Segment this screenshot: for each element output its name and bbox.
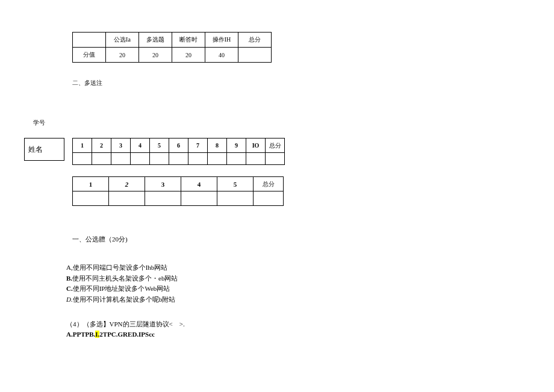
option-c-prefix: C.: [66, 285, 73, 292]
option-d-prefix: D.: [66, 296, 73, 303]
ans1-c6: [169, 153, 188, 165]
score-hdr-total: 总分: [238, 33, 272, 48]
answer-table-2: 1 2 3 4 5 总分: [72, 176, 284, 206]
score-row-label: 分值: [73, 48, 106, 63]
ans1-h7: 7: [188, 138, 208, 153]
ans1-c9: [227, 153, 246, 165]
ans1-c5: [150, 153, 169, 165]
name-box: 姓名: [24, 138, 64, 161]
score-val-1: 20: [106, 48, 139, 63]
ans1-h4: 4: [131, 138, 150, 153]
ans2-c3: [145, 191, 181, 206]
ans2-h4: 4: [181, 177, 217, 191]
score-summary-table: 公选Ia 多选题 断答时 操作IH 总分 分值 20 20 20 40: [72, 32, 272, 63]
ans1-h1: 1: [73, 138, 92, 153]
option-c: C.使用不同IP地址架设多个Web网站: [66, 284, 178, 294]
ans2-total: 总分: [254, 177, 284, 191]
ans1-h9: 9: [227, 138, 246, 153]
option-b: B.使用不同主机头名架设多个・eb网站: [66, 273, 178, 284]
score-hdr-2: 多选题: [139, 33, 172, 48]
ans1-h8: 8: [208, 138, 227, 153]
ans1-c7: [188, 153, 208, 165]
score-val-total: [238, 48, 272, 63]
ans1-h5: 5: [150, 138, 169, 153]
ans1-c3: [111, 153, 131, 165]
score-val-4: 40: [205, 48, 238, 63]
score-val-2: 20: [139, 48, 172, 63]
ans2-h1: 1: [73, 177, 109, 191]
option-d-text: 使用不同计算机名架设多个呢b附站: [73, 296, 176, 303]
ans1-c4: [131, 153, 150, 165]
ans1-h10: IO: [246, 138, 266, 153]
score-hdr-blank: [73, 33, 106, 48]
ans2-ctotal: [254, 191, 284, 206]
ans2-c1: [73, 191, 109, 206]
ans1-c2: [92, 153, 111, 165]
option-b-prefix: B.: [66, 275, 72, 282]
question-4: （4）（多选】VPN的三层隧道协议< >. A.PPTPB.I.2TPC.GRE…: [66, 319, 185, 339]
option-d: D.使用不同计算机名架设多个呢b附站: [66, 294, 178, 305]
ans1-h6: 6: [169, 138, 188, 153]
student-id-label: 学号: [33, 119, 45, 127]
score-hdr-3: 断答时: [172, 33, 205, 48]
score-val-3: 20: [172, 48, 205, 63]
q4-line2-a: A.PPTPB.: [66, 331, 95, 338]
option-c-text: 使用不同IP地址架设多个Web网站: [73, 285, 170, 292]
q4-line2-b: 2TPC.GRED.IPScc: [99, 331, 155, 338]
q4-line2: A.PPTPB.I.2TPC.GRED.IPScc: [66, 329, 185, 340]
option-a: A,使用不同端口号架设多个Ihb网站: [66, 263, 178, 273]
ans1-c1: [73, 153, 92, 165]
score-hdr-4: 操作IH: [205, 33, 238, 48]
ans1-c8: [208, 153, 227, 165]
answer-table-1: 1 2 3 4 5 6 7 8 9 IO 总分: [72, 138, 285, 165]
ans2-c2: [109, 191, 145, 206]
ans2-h2: 2: [109, 177, 145, 191]
name-label: 姓名: [28, 145, 43, 155]
q4-line1: （4）（多选】VPN的三层隧道协议< >.: [66, 319, 185, 329]
ans1-total: 总分: [266, 138, 285, 153]
ans1-h2: 2: [92, 138, 111, 153]
section-1-heading: 一、公选膻（20分): [72, 235, 128, 244]
ans1-c10: [246, 153, 266, 165]
ans2-c4: [181, 191, 217, 206]
score-hdr-1: 公选Ia: [106, 33, 139, 48]
ans2-h5: 5: [217, 177, 254, 191]
option-b-text: 使用不同主机头名架设多个・eb网站: [72, 275, 178, 282]
options-block: A,使用不同端口号架设多个Ihb网站 B.使用不同主机头名架设多个・eb网站 C…: [66, 263, 178, 305]
ans1-ctotal: [266, 153, 285, 165]
ans2-h3: 3: [145, 177, 181, 191]
ans1-h3: 3: [111, 138, 131, 153]
section-2-label: 二、多送注: [72, 79, 102, 87]
ans2-c5: [217, 191, 254, 206]
